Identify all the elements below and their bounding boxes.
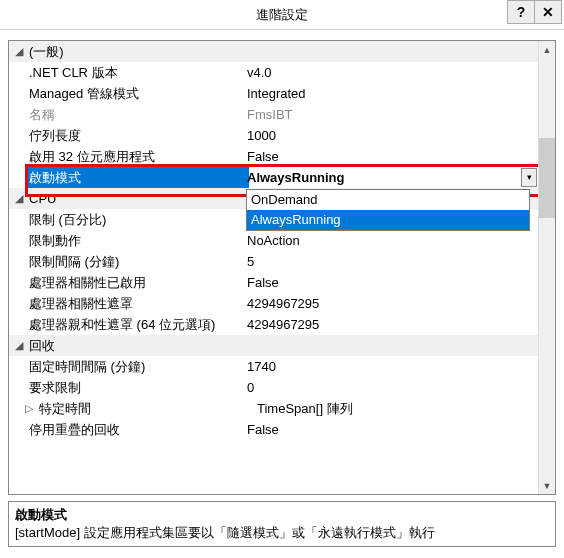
prop-row[interactable]: 佇列長度1000 xyxy=(9,125,538,146)
scroll-thumb[interactable] xyxy=(539,138,555,218)
prop-row[interactable]: 固定時間間隔 (分鐘)1740 xyxy=(9,356,538,377)
expand-icon[interactable]: ▷ xyxy=(25,398,39,419)
scrollbar[interactable]: ▲ ▼ xyxy=(538,41,555,494)
help-button[interactable]: ? xyxy=(507,0,535,24)
collapse-icon[interactable]: ◢ xyxy=(15,41,29,62)
prop-row[interactable]: 名稱FmsIBT xyxy=(9,104,538,125)
category-general[interactable]: ◢ (一般) xyxy=(9,41,538,62)
prop-row[interactable]: 停用重疊的回收False xyxy=(9,419,538,440)
prop-row[interactable]: 限制間隔 (分鐘)5 xyxy=(9,251,538,272)
category-recycle[interactable]: ◢ 回收 xyxy=(9,335,538,356)
description-pane: 啟動模式 [startMode] 設定應用程式集區要以「隨選模式」或「永遠執行模… xyxy=(8,501,556,547)
dropdown-option[interactable]: OnDemand xyxy=(247,190,529,210)
prop-row[interactable]: 啟用 32 位元應用程式False xyxy=(9,146,538,167)
description-text: [startMode] 設定應用程式集區要以「隨選模式」或「永遠執行模式」執行 xyxy=(15,524,549,542)
collapse-icon[interactable]: ◢ xyxy=(15,335,29,356)
prop-row[interactable]: Managed 管線模式Integrated xyxy=(9,83,538,104)
scroll-down-icon[interactable]: ▼ xyxy=(539,477,555,494)
prop-row[interactable]: 處理器親和性遮罩 (64 位元選項)4294967295 xyxy=(9,314,538,335)
prop-row[interactable]: ▷ 特定時間 TimeSpan[] 陣列 xyxy=(9,398,538,419)
chevron-down-icon: ▾ xyxy=(527,167,532,188)
prop-row[interactable]: 處理器相關性已啟用False xyxy=(9,272,538,293)
prop-row[interactable]: 要求限制0 xyxy=(9,377,538,398)
close-button[interactable]: ✕ xyxy=(534,0,562,24)
collapse-icon[interactable]: ◢ xyxy=(15,188,29,209)
dropdown-option-selected[interactable]: AlwaysRunning xyxy=(247,210,529,230)
startmode-dropdown[interactable]: OnDemand AlwaysRunning xyxy=(246,189,530,231)
prop-row[interactable]: .NET CLR 版本v4.0 xyxy=(9,62,538,83)
prop-row[interactable]: 處理器相關性遮罩4294967295 xyxy=(9,293,538,314)
dropdown-toggle[interactable]: ▾ xyxy=(521,168,537,187)
prop-row[interactable]: 限制動作NoAction xyxy=(9,230,538,251)
description-title: 啟動模式 xyxy=(15,506,549,524)
dialog-title: 進階設定 xyxy=(0,6,564,24)
scroll-up-icon[interactable]: ▲ xyxy=(539,41,555,58)
property-grid: ◢ (一般) .NET CLR 版本v4.0 Managed 管線模式Integ… xyxy=(8,40,556,495)
prop-row-startmode[interactable]: 啟動模式 AlwaysRunning ▾ xyxy=(9,167,538,188)
titlebar: 進階設定 ? ✕ xyxy=(0,0,564,30)
